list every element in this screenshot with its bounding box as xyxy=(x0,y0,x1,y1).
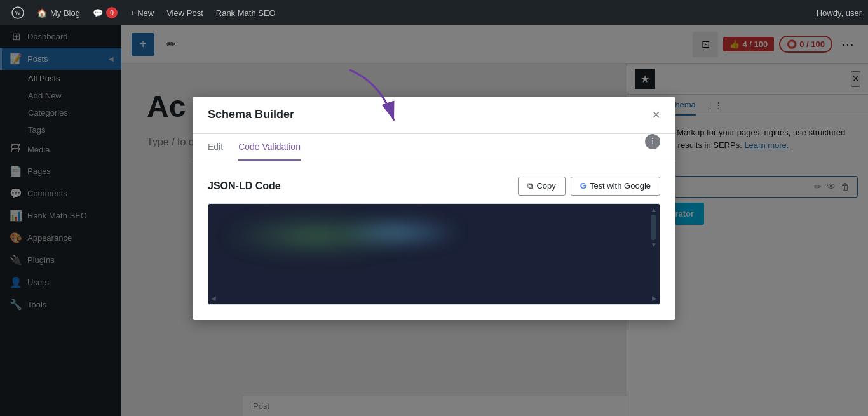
home-icon: 🏠 xyxy=(37,8,47,18)
scroll-up-arrow[interactable]: ▲ xyxy=(651,206,657,213)
schema-builder-modal: Schema Builder × Edit Code Validation i … xyxy=(193,97,675,320)
new-label: + New xyxy=(130,8,154,18)
scroll-down-arrow[interactable]: ▼ xyxy=(651,241,657,248)
scrollbar-thumb xyxy=(651,215,656,240)
copy-icon: ⧉ xyxy=(527,181,533,191)
scrollbar-vertical: ▲ ▼ xyxy=(651,206,657,248)
copy-label: Copy xyxy=(536,181,555,191)
modal-tabs: Edit Code Validation i xyxy=(193,134,675,161)
modal-title: Schema Builder xyxy=(208,108,294,121)
admin-bar-new[interactable]: + New xyxy=(125,0,159,25)
admin-bar-howdy: Howdy, user xyxy=(817,8,862,18)
scrollbar-arrows: ◀ ▶ xyxy=(208,295,660,302)
json-ld-title: JSON-LD Code xyxy=(208,180,281,192)
modal-close-button[interactable]: × xyxy=(652,107,660,123)
code-area[interactable]: /* blurred code content */ ◀ ▶ ▲ ▼ xyxy=(208,203,660,305)
scroll-left-arrow[interactable]: ◀ xyxy=(211,295,216,302)
admin-bar-view-post[interactable]: View Post xyxy=(161,0,208,25)
comment-icon: 💬 xyxy=(93,8,103,18)
copy-button[interactable]: ⧉ Copy xyxy=(518,177,565,196)
json-ld-header: JSON-LD Code ⧉ Copy G Test with Google xyxy=(208,177,660,196)
admin-bar-site[interactable]: 🏠 My Blog xyxy=(32,0,85,25)
scroll-right-arrow[interactable]: ▶ xyxy=(652,295,657,302)
modal-info-button[interactable]: i xyxy=(645,134,660,149)
json-ld-actions: ⧉ Copy G Test with Google xyxy=(518,177,660,196)
wp-logo-item[interactable]: W xyxy=(6,0,29,25)
modal-tab-edit[interactable]: Edit xyxy=(208,134,223,161)
svg-text:W: W xyxy=(15,10,21,17)
modal-overlay[interactable]: Schema Builder × Edit Code Validation i … xyxy=(0,0,868,416)
google-icon: G xyxy=(580,181,587,191)
modal-header: Schema Builder × xyxy=(193,97,675,134)
admin-bar-comments[interactable]: 💬 0 xyxy=(88,0,123,25)
modal-body: JSON-LD Code ⧉ Copy G Test with Google xyxy=(193,161,675,320)
rank-math-admin-label: Rank Math SEO xyxy=(216,8,276,18)
site-name: My Blog xyxy=(50,8,80,18)
admin-bar: W 🏠 My Blog 💬 0 + New View Post Rank Mat… xyxy=(0,0,868,25)
test-with-google-button[interactable]: G Test with Google xyxy=(571,177,660,196)
wp-logo-icon: W xyxy=(11,6,24,19)
comment-count: 0 xyxy=(106,7,118,18)
modal-tab-code-validation[interactable]: Code Validation xyxy=(238,134,301,161)
test-google-label: Test with Google xyxy=(590,181,651,191)
admin-bar-rank-math[interactable]: Rank Math SEO xyxy=(211,0,281,25)
code-blur-decoration-2 xyxy=(336,217,463,248)
view-post-label: View Post xyxy=(166,8,203,18)
